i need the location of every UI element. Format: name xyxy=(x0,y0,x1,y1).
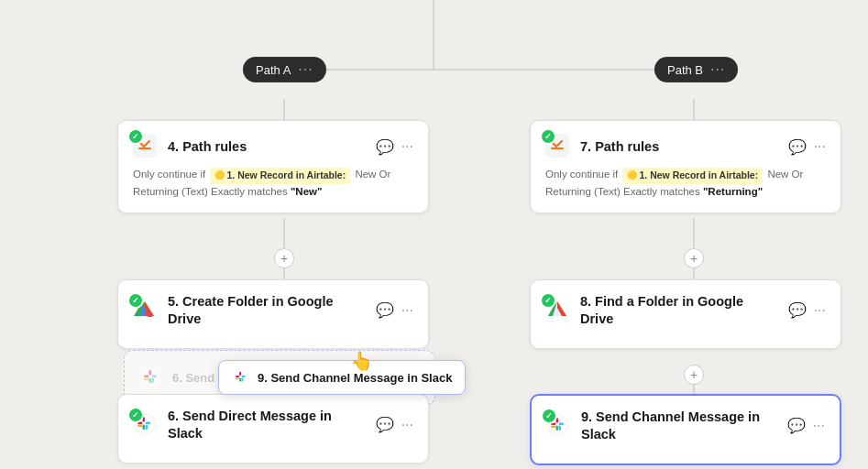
svg-rect-28 xyxy=(149,370,152,376)
node-9-title: 9. Send Channel Message in Slack xyxy=(581,409,778,443)
plus-8-9[interactable]: + xyxy=(684,365,704,385)
node-6-icon xyxy=(133,412,159,438)
node-7-path-rules[interactable]: 7. Path rules 💬 ··· Only continue if 🟡 1… xyxy=(530,120,841,213)
node-4-more-icon[interactable]: ··· xyxy=(401,138,413,155)
node-5-more-icon[interactable]: ··· xyxy=(401,302,413,319)
svg-rect-46 xyxy=(137,424,143,427)
node-7-comment-icon[interactable]: 💬 xyxy=(788,138,807,156)
path-b-label: Path B xyxy=(667,63,703,77)
node-5-icon xyxy=(133,298,159,323)
node-9-header: 9. Send Channel Message in Slack 💬 ··· xyxy=(546,409,825,443)
svg-rect-51 xyxy=(559,425,562,431)
node-5-actions: 💬 ··· xyxy=(376,301,413,319)
node-8-header: 8. Find a Folder in Google Drive 💬 ··· xyxy=(545,293,826,328)
node-4-check xyxy=(127,128,144,145)
svg-rect-36 xyxy=(241,376,245,377)
node-4-path-rules[interactable]: 4. Path rules 💬 ··· Only continue if 🟡 1… xyxy=(117,120,429,213)
node-8-more-icon[interactable]: ··· xyxy=(814,302,826,319)
node-6-header: 6. Send Direct Message in Slack 💬 ··· xyxy=(133,408,413,442)
path-a-label: Path A xyxy=(256,63,291,77)
node-4-actions: 💬 ··· xyxy=(376,138,413,156)
node-8-gdrive-find[interactable]: 8. Find a Folder in Google Drive 💬 ··· xyxy=(530,279,841,349)
node-5-title: 5. Create Folder in Google Drive xyxy=(168,293,367,328)
svg-rect-35 xyxy=(239,372,241,376)
svg-rect-32 xyxy=(144,378,149,381)
plus-4-5[interactable]: + xyxy=(274,248,294,268)
drag-tooltip-label: 9. Send Channel Message in Slack xyxy=(258,371,452,385)
node-6-more-icon[interactable]: ··· xyxy=(401,417,413,433)
svg-rect-31 xyxy=(149,378,152,384)
svg-rect-38 xyxy=(239,377,241,381)
node-6-comment-icon[interactable]: 💬 xyxy=(376,416,394,433)
svg-rect-52 xyxy=(556,425,559,431)
svg-rect-50 xyxy=(559,422,565,425)
node-4-comment-icon[interactable]: 💬 xyxy=(376,138,394,156)
node-4-title: 4. Path rules xyxy=(168,138,367,156)
node-9-check xyxy=(541,408,557,424)
node-6-actions: 💬 ··· xyxy=(376,416,413,433)
node-4-icon xyxy=(133,134,159,159)
workflow-canvas: Path A ··· Path B ··· 4. Path rules 💬 ··… xyxy=(0,0,868,469)
node-6-slack-dm[interactable]: 6. Send Direct Message in Slack 💬 ··· xyxy=(117,394,429,464)
path-a-menu-icon[interactable]: ··· xyxy=(298,61,313,78)
node-7-icon xyxy=(545,134,571,159)
node-5-gdrive-create[interactable]: 5. Create Folder in Google Drive 💬 ··· xyxy=(117,279,429,349)
node-8-icon xyxy=(545,298,571,323)
node-7-more-icon[interactable]: ··· xyxy=(814,138,826,155)
svg-rect-43 xyxy=(146,421,151,424)
path-a-pill[interactable]: Path A ··· xyxy=(243,57,326,82)
node-9-icon xyxy=(546,413,572,439)
svg-rect-30 xyxy=(152,378,155,384)
svg-point-33 xyxy=(234,370,249,386)
node-5-header: 5. Create Folder in Google Drive 💬 ··· xyxy=(133,293,413,328)
drag-tooltip: 9. Send Channel Message in Slack xyxy=(218,360,466,395)
node-8-comment-icon[interactable]: 💬 xyxy=(788,301,807,319)
svg-rect-44 xyxy=(146,424,148,430)
svg-rect-37 xyxy=(241,377,243,381)
cursor-icon: 👆 xyxy=(350,350,373,372)
node-9-more-icon[interactable]: ··· xyxy=(813,418,825,434)
node-4-body: Only continue if 🟡 1. New Record in Airt… xyxy=(133,167,413,200)
svg-rect-27 xyxy=(144,376,149,378)
node-5-comment-icon[interactable]: 💬 xyxy=(376,301,394,319)
svg-rect-53 xyxy=(551,425,556,428)
node-8-actions: 💬 ··· xyxy=(788,301,826,319)
node-6-check xyxy=(127,407,144,423)
node-9-slack-channel[interactable]: 9. Send Channel Message in Slack 💬 ··· xyxy=(530,394,841,465)
node-6-title: 6. Send Direct Message in Slack xyxy=(168,408,367,442)
node-7-actions: 💬 ··· xyxy=(788,138,826,156)
node-9-comment-icon[interactable]: 💬 xyxy=(787,417,806,434)
svg-rect-45 xyxy=(143,424,146,430)
node-8-title: 8. Find a Folder in Google Drive xyxy=(580,293,779,328)
node-7-check xyxy=(540,128,556,145)
node-8-check xyxy=(540,292,556,309)
svg-rect-39 xyxy=(236,377,239,379)
node-5-check xyxy=(127,292,144,309)
node-7-title: 7. Path rules xyxy=(580,138,779,156)
node-4-header: 4. Path rules 💬 ··· xyxy=(133,134,413,159)
node-7-body: Only continue if 🟡 1. New Record in Airt… xyxy=(545,167,826,200)
svg-point-26 xyxy=(141,367,161,387)
svg-rect-29 xyxy=(152,376,158,378)
path-b-pill[interactable]: Path B ··· xyxy=(654,57,738,82)
node-7-header: 7. Path rules 💬 ··· xyxy=(545,134,826,159)
svg-rect-34 xyxy=(236,376,239,377)
path-b-menu-icon[interactable]: ··· xyxy=(710,61,725,78)
plus-7-8[interactable]: + xyxy=(684,248,704,268)
node-9-actions: 💬 ··· xyxy=(787,417,825,434)
